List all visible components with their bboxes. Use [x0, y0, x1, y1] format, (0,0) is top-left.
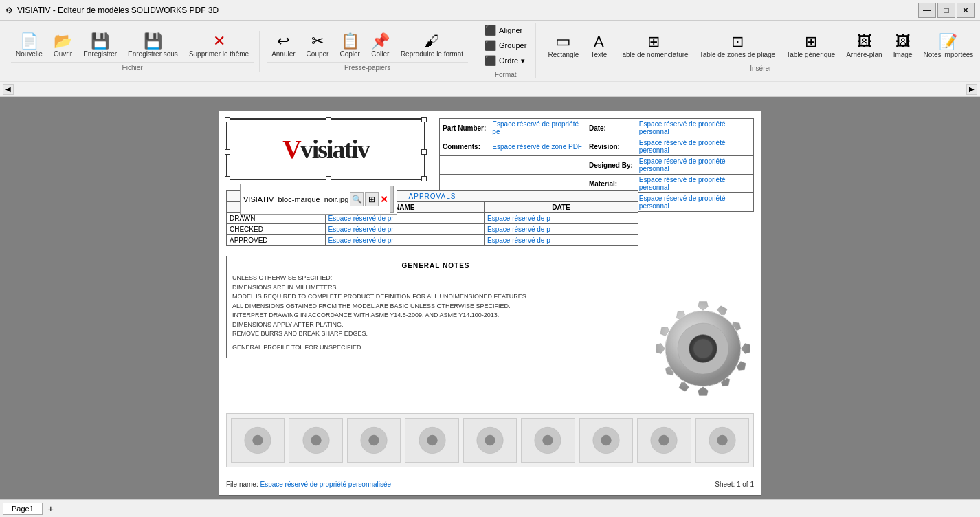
- svg-point-8: [311, 435, 321, 446]
- thumb-gear-5: [469, 421, 511, 459]
- texte-button[interactable]: A Texte: [585, 32, 612, 61]
- thumbnail-9[interactable]: [695, 418, 749, 463]
- image-fit-button[interactable]: ⊞: [365, 192, 379, 206]
- selection-handle-bm[interactable]: [326, 176, 331, 182]
- image-label: Image: [893, 51, 913, 58]
- arriere-plan-icon: 🖼: [857, 34, 872, 50]
- align-group: ⬛ Aligner ⬛ Grouper ⬛ Ordre ▾: [481, 23, 530, 67]
- filename-label: File name:: [226, 481, 258, 488]
- notes-content: UNLESS OTHERWISE SPECIFIED: DIMENSIONS A…: [232, 274, 639, 352]
- approvals-row-checked: CHECKED Espace réservé de pr Espace rése…: [227, 224, 638, 235]
- ribbon: 📄 Nouvelle 📂 Ouvrir 💾 Enregistrer 💾 Enre…: [0, 21, 980, 97]
- selection-handle-tr[interactable]: [421, 117, 427, 122]
- svg-point-6: [253, 435, 263, 446]
- table-zones-button[interactable]: ⊡ Table de zones de pliage: [695, 32, 781, 61]
- thumbnail-2[interactable]: [289, 418, 342, 463]
- notes-title: GENERAL NOTES: [232, 262, 639, 270]
- selection-handle-mr[interactable]: [421, 149, 427, 155]
- scroll-strip: ◀ ▶: [0, 82, 980, 97]
- note-line-8: GENERAL PROFILE TOL FOR UNSPECIFIED: [232, 343, 639, 353]
- table-nomenclature-button[interactable]: ⊞ Table de nomenclature: [614, 32, 693, 61]
- nouvelle-icon: 📄: [20, 34, 38, 49]
- svg-point-16: [543, 435, 553, 446]
- title-bar-left: ⚙ VISIATIV - Editeur de modèles SOLIDWOR…: [5, 6, 219, 15]
- table-zones-icon: ⊡: [731, 34, 744, 50]
- image-settings-button[interactable]: 🔍: [350, 192, 364, 206]
- approved-name: Espace réservé de pr: [325, 235, 484, 246]
- annuler-label: Annuler: [271, 50, 295, 58]
- enregistrer-button[interactable]: 💾 Enregistrer: [78, 31, 122, 60]
- inserer-items: ▭ Rectangle A Texte ⊞ Table de nomenclat…: [543, 30, 978, 61]
- couper-label: Couper: [307, 50, 329, 58]
- image-filename: VISIATIV_bloc-marque_noir.jpg: [243, 195, 348, 204]
- thumb-gear-2: [296, 421, 337, 459]
- thumbnail-5[interactable]: [463, 418, 517, 463]
- add-tab-button[interactable]: +: [45, 503, 56, 514]
- annuler-button[interactable]: ↩ Annuler: [267, 31, 300, 60]
- scroll-right-button[interactable]: ▶: [966, 84, 977, 95]
- coller-button[interactable]: 📌 Coller: [366, 31, 394, 60]
- thumbnail-1[interactable]: [231, 418, 285, 463]
- selection-handle-ml[interactable]: [225, 149, 230, 155]
- thumbnail-8[interactable]: [637, 418, 691, 463]
- selection-handle-tm[interactable]: [326, 117, 331, 122]
- comments-label: Comments:: [440, 138, 489, 156]
- tab-bar: Page1 +: [0, 499, 980, 517]
- selection-handle-br[interactable]: [421, 176, 427, 182]
- minimize-button[interactable]: —: [918, 3, 936, 18]
- filename-value: Espace réservé de propriété personnalisé…: [260, 481, 391, 488]
- reproduire-button[interactable]: 🖌 Reproduire le format: [396, 31, 468, 60]
- enregistrer-sous-label: Enregistrer sous: [128, 50, 178, 58]
- ribbon-group-presse: ↩ Annuler ✂ Couper 📋 Copier 📌 Coller: [261, 31, 474, 72]
- reproduire-label: Reproduire le format: [401, 50, 463, 58]
- thumbnail-7[interactable]: [579, 418, 633, 463]
- aligner-icon: ⬛: [485, 25, 496, 36]
- page1-tab[interactable]: Page1: [3, 503, 43, 515]
- window-title: VISIATIV - Editeur de modèles SOLIDWORKS…: [17, 6, 219, 15]
- enregistrer-sous-button[interactable]: 💾 Enregistrer sous: [123, 31, 183, 60]
- notes-importees-label: Notes importées: [923, 51, 973, 58]
- grouper-button[interactable]: ⬛ Grouper: [481, 38, 530, 52]
- arriere-plan-button[interactable]: 🖼 Arrière-plan: [841, 32, 887, 61]
- scroll-left-button[interactable]: ◀: [3, 84, 14, 95]
- svg-point-22: [717, 435, 727, 446]
- rectangle-icon: ▭: [555, 33, 571, 50]
- supprimer-button[interactable]: ✕ Supprimer le thème: [184, 31, 254, 60]
- image-close-button[interactable]: ✕: [380, 194, 388, 205]
- logo-box: Vvisiativ: [226, 118, 425, 180]
- copier-button[interactable]: 📋 Copier: [335, 31, 364, 60]
- maximize-button[interactable]: □: [937, 3, 955, 18]
- thumbnail-6[interactable]: [521, 418, 575, 463]
- ouvrir-button[interactable]: 📂 Ouvrir: [49, 31, 77, 60]
- selection-handle-tl[interactable]: [225, 117, 230, 122]
- reproduire-icon: 🖌: [424, 34, 439, 49]
- thumbnail-3[interactable]: [347, 418, 401, 463]
- main-content: Vvisiativ VISIATIV_bloc-marque_noir.jpg …: [0, 97, 980, 517]
- close-button[interactable]: ✕: [957, 3, 975, 18]
- col-date: DATE: [485, 202, 638, 213]
- nouvelle-button[interactable]: 📄 Nouvelle: [11, 31, 47, 60]
- ordre-icon: ⬛: [485, 55, 496, 66]
- presse-group-label: Presse-papiers: [267, 62, 468, 72]
- texte-icon: A: [594, 34, 604, 50]
- approved-title: APPROVED: [227, 235, 326, 246]
- ordre-button[interactable]: ⬛ Ordre ▾: [481, 54, 530, 67]
- notes-importees-button[interactable]: 📝 Notes importées: [918, 32, 978, 61]
- couper-button[interactable]: ✂ Couper: [302, 31, 334, 60]
- aligner-button[interactable]: ⬛ Aligner: [481, 23, 530, 37]
- thumbnail-4[interactable]: [405, 418, 458, 463]
- nouvelle-label: Nouvelle: [16, 50, 43, 58]
- image-resize-handle[interactable]: [390, 186, 394, 213]
- image-button[interactable]: 🖼 Image: [889, 32, 917, 61]
- notes-section: GENERAL NOTES UNLESS OTHERWISE SPECIFIED…: [226, 256, 645, 358]
- svg-point-14: [485, 435, 495, 446]
- selection-handle-bl[interactable]: [225, 176, 230, 182]
- table-zones-label: Table de zones de pliage: [700, 51, 776, 58]
- part-number-label: Part Number:: [440, 119, 489, 138]
- presse-items: ↩ Annuler ✂ Couper 📋 Copier 📌 Coller: [267, 31, 468, 60]
- table-generique-button[interactable]: ⊞ Table générique: [781, 32, 840, 61]
- rectangle-button[interactable]: ▭ Rectangle: [543, 30, 583, 61]
- grouper-label: Grouper: [499, 41, 526, 50]
- logo-rest: visiativ: [300, 135, 369, 164]
- designed-by-value: Espace réservé de propriété personnal: [636, 156, 753, 175]
